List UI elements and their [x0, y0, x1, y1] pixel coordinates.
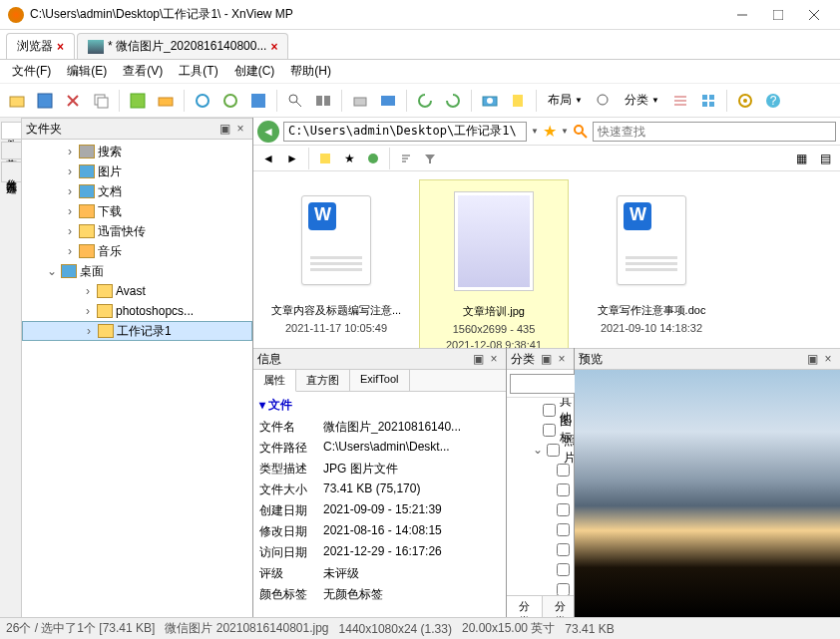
close-panel-icon[interactable]: ×: [554, 351, 570, 367]
sidebar-tab-filters[interactable]: 分类 筛选器: [1, 161, 21, 182]
favorite-icon[interactable]: ★: [543, 122, 557, 141]
refresh-button[interactable]: [190, 88, 215, 114]
category-checkbox[interactable]: [557, 503, 570, 516]
cat-tab-categories[interactable]: 分类: [507, 596, 543, 617]
fav-dropdown-icon[interactable]: ▼: [561, 127, 569, 136]
capture-button[interactable]: [477, 88, 503, 114]
settings-button[interactable]: [732, 88, 758, 114]
category-item[interactable]: 朋友: [509, 539, 572, 559]
tree-item[interactable]: ›工作记录1: [22, 321, 252, 341]
thumb-size-icon[interactable]: ▦: [790, 148, 812, 169]
preview-image[interactable]: [575, 370, 840, 617]
cat-tab-sets[interactable]: 分类合集: [543, 596, 579, 617]
undock-icon[interactable]: ▣: [538, 351, 554, 367]
filter-icon[interactable]: [419, 148, 441, 169]
tree-item[interactable]: ›Avast: [22, 281, 252, 301]
category-item[interactable]: 宠物: [509, 479, 572, 499]
help-button[interactable]: ?: [760, 88, 786, 114]
category-item[interactable]: 图标: [509, 420, 572, 440]
tree-item[interactable]: ›图片: [22, 161, 252, 181]
minimize-button[interactable]: [724, 1, 760, 29]
category-checkbox[interactable]: [557, 483, 570, 496]
thumb-item[interactable]: 文章培训.jpg1560x2699 - 4352021-12-08 9:38:4…: [419, 179, 569, 348]
menu-tools[interactable]: 工具(T): [173, 61, 223, 82]
category-checkbox[interactable]: [557, 464, 570, 477]
tree-item[interactable]: ›photoshopcs...: [22, 301, 252, 321]
info-tab-props[interactable]: 属性: [253, 370, 296, 392]
close-panel-icon[interactable]: ×: [486, 351, 502, 367]
tag-button[interactable]: [505, 88, 531, 114]
undock-icon[interactable]: ▣: [804, 351, 820, 367]
tree-item[interactable]: ⌄桌面: [22, 261, 252, 281]
path-dropdown-icon[interactable]: ▼: [531, 127, 539, 136]
compare-button[interactable]: [310, 88, 336, 114]
search-button[interactable]: [282, 88, 308, 114]
category-item[interactable]: 花卉: [509, 579, 572, 595]
nav-next-icon[interactable]: ►: [281, 148, 303, 169]
tree-item[interactable]: ›文档: [22, 181, 252, 201]
back-button[interactable]: ◄: [257, 121, 279, 143]
category-checkbox[interactable]: [557, 543, 570, 556]
category-checkbox[interactable]: [557, 583, 570, 596]
sidebar-tab-favorites[interactable]: 收藏夹: [1, 142, 21, 160]
fullscreen-button[interactable]: [245, 88, 271, 114]
maximize-button[interactable]: [760, 1, 796, 29]
tree-item[interactable]: ›下载: [22, 201, 252, 221]
category-item[interactable]: 旅行: [509, 519, 572, 539]
category-tree[interactable]: 其他图标⌄照片动物宠物家人旅行朋友肖像花卉: [507, 398, 574, 595]
thumb-item[interactable]: 文章写作注意事项.doc2021-09-10 14:18:32: [577, 179, 726, 336]
menu-view[interactable]: 查看(V): [117, 61, 169, 82]
close-panel-icon[interactable]: ×: [820, 351, 836, 367]
tree-item[interactable]: ›迅雷快传: [22, 221, 252, 241]
category-checkbox[interactable]: [557, 523, 570, 536]
menu-create[interactable]: 创建(C): [228, 61, 281, 82]
category-checkbox[interactable]: [557, 563, 570, 576]
thumb-item[interactable]: 文章内容及标题编写注意...2021-11-17 10:05:49: [261, 179, 411, 336]
quick-search-input[interactable]: [593, 122, 836, 142]
tab-close-icon[interactable]: ×: [270, 40, 277, 54]
list-button[interactable]: [667, 88, 693, 114]
convert-button[interactable]: [125, 88, 151, 114]
menu-file[interactable]: 文件(F): [6, 61, 57, 82]
cut-button[interactable]: [60, 88, 86, 114]
info-tab-exif[interactable]: ExifTool: [350, 370, 410, 391]
info-tab-histogram[interactable]: 直方图: [296, 370, 350, 391]
open-button[interactable]: [4, 88, 30, 114]
rotate-left-button[interactable]: [412, 88, 438, 114]
zoom-button[interactable]: [591, 88, 617, 114]
sort-icon[interactable]: [395, 148, 417, 169]
tab-close-icon[interactable]: ×: [57, 40, 64, 54]
menu-help[interactable]: 帮助(H): [284, 61, 337, 82]
close-button[interactable]: [796, 1, 832, 29]
grid-button[interactable]: [695, 88, 721, 114]
view-mode-icon[interactable]: ▤: [814, 148, 836, 169]
slideshow-button[interactable]: [375, 88, 401, 114]
tab-browser[interactable]: 浏览器 ×: [6, 33, 75, 59]
category-checkbox[interactable]: [543, 404, 556, 417]
tree-item[interactable]: ›搜索: [22, 142, 252, 161]
categories-dropdown[interactable]: 分类 ▼: [619, 90, 665, 111]
save-button[interactable]: [32, 88, 58, 114]
search-icon[interactable]: [573, 124, 589, 140]
category-item[interactable]: 动物: [509, 460, 572, 479]
menu-edit[interactable]: 编辑(E): [61, 61, 113, 82]
category-checkbox[interactable]: [547, 444, 560, 457]
category-item[interactable]: 家人: [509, 499, 572, 519]
print-button[interactable]: [347, 88, 373, 114]
folder-tree[interactable]: ›搜索›图片›文档›下载›迅雷快传›音乐⌄桌面›Avast›photoshopc…: [22, 140, 252, 617]
refresh2-button[interactable]: [217, 88, 243, 114]
tag-color-icon[interactable]: [362, 148, 384, 169]
batch-button[interactable]: [153, 88, 179, 114]
thumbnail-view[interactable]: 文章内容及标题编写注意...2021-11-17 10:05:49文章培训.jp…: [253, 171, 840, 348]
tab-image[interactable]: * 微信图片_2020816140800... ×: [77, 33, 288, 59]
path-input[interactable]: [283, 122, 527, 142]
sidebar-tab-files[interactable]: 文件夹: [1, 122, 21, 140]
nav-prev-icon[interactable]: ◄: [257, 148, 279, 169]
close-panel-icon[interactable]: ×: [232, 121, 248, 137]
undock-icon[interactable]: ▣: [216, 121, 232, 137]
tree-item[interactable]: ›音乐: [22, 241, 252, 261]
category-item[interactable]: 肖像: [509, 559, 572, 579]
tag-yellow-icon[interactable]: [314, 148, 336, 169]
tag-star-icon[interactable]: ★: [338, 148, 360, 169]
layout-dropdown[interactable]: 布局 ▼: [542, 90, 589, 111]
